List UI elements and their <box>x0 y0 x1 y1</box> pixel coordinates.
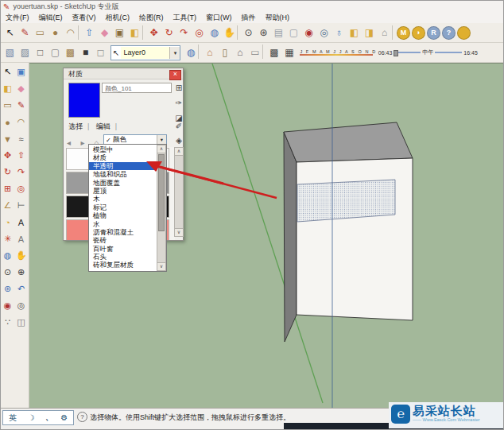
time-slider-thumb[interactable] <box>394 50 398 56</box>
plugin-r-button[interactable]: R <box>427 26 440 40</box>
ime-toolbar[interactable]: 英 ☽ ､ ⚙ <box>2 410 74 425</box>
circle-tool-icon[interactable]: ● <box>48 25 63 41</box>
color-swatch[interactable] <box>66 148 91 170</box>
layer-dropdown-arrow[interactable]: ▾ <box>169 47 180 59</box>
box-left-face[interactable] <box>284 132 297 342</box>
lt-protractor-tool[interactable]: ◔ <box>1 214 14 230</box>
scroll-up-arrow[interactable]: ∧ <box>175 148 183 156</box>
category-list-item[interactable]: 水 <box>89 220 157 228</box>
plugin-extra-button[interactable] <box>457 26 471 40</box>
eraser-tool-icon[interactable]: ◆ <box>97 25 112 41</box>
back-edges-style-icon[interactable]: ▨ <box>17 45 33 60</box>
pan-tool-icon[interactable]: ✋ <box>222 25 237 41</box>
lt-3d-text-tool[interactable]: A <box>14 230 28 247</box>
menu-item[interactable]: 绘图(R) <box>134 12 169 23</box>
lt-push-pull-tool[interactable]: ⇧ <box>14 147 28 164</box>
lt-orbit-tool[interactable]: ◍ <box>1 247 14 264</box>
section-plane-icon[interactable]: ▤ <box>271 25 286 41</box>
time-slider-right[interactable] <box>435 52 462 53</box>
orbit-tool-icon[interactable]: ◍ <box>207 25 222 41</box>
lt-scale-tool[interactable]: ⊞ <box>1 180 14 197</box>
iso-view-icon[interactable]: ⌂ <box>202 45 217 60</box>
help-icon[interactable]: ? <box>77 412 87 422</box>
lt-rectangle-tool[interactable]: ▭ <box>1 97 14 114</box>
lt-polygon-tool[interactable]: ▼ <box>1 130 14 147</box>
scroll-down-arrow[interactable]: ∨ <box>157 262 165 270</box>
category-list-item[interactable]: 植物 <box>89 211 157 219</box>
lt-position-camera-tool[interactable]: ◉ <box>1 297 14 314</box>
lt-dimension-tool[interactable]: ⊢ <box>14 197 28 214</box>
create-material-button[interactable]: ⊞ <box>174 83 184 93</box>
sample-paint-button[interactable]: ◈ <box>174 135 184 145</box>
category-list-item[interactable]: 沥青和混凝土 <box>89 228 157 236</box>
standard-views-icon[interactable]: ▢ <box>286 25 301 41</box>
category-list-item[interactable]: 地毯和织品 <box>89 170 157 178</box>
lt-walk-tool[interactable]: ∵ <box>1 314 14 331</box>
category-list-item[interactable]: 标记 <box>89 203 157 211</box>
shadow-toggle-icon[interactable]: ▦ <box>281 45 297 60</box>
lt-zoom-extents-tool[interactable]: ⊛ <box>1 281 14 297</box>
menu-item[interactable]: 窗口(W) <box>201 12 237 23</box>
layer-manager-icon[interactable]: ◍ <box>183 45 198 60</box>
lt-offset-tool[interactable]: ◎ <box>14 180 28 197</box>
selected-face-region[interactable] <box>297 180 395 222</box>
ime-settings-icon[interactable]: ⚙ <box>60 413 68 422</box>
ime-punctuation-icon[interactable]: ､ <box>45 413 49 422</box>
material-name-field[interactable]: 颜色_101 <box>102 83 172 93</box>
menu-item[interactable]: 工具(T) <box>169 12 202 23</box>
lt-pan-tool[interactable]: ✋ <box>14 247 28 264</box>
hidden-line-style-icon[interactable]: ▢ <box>48 45 63 60</box>
lt-circle-tool[interactable]: ● <box>1 114 14 130</box>
menu-item[interactable]: 相机(C) <box>101 12 135 23</box>
lt-select-tool[interactable]: ↖ <box>1 64 14 80</box>
scroll-down-arrow[interactable]: ∨ <box>175 228 183 236</box>
tab-select[interactable]: 选择 <box>64 121 87 133</box>
get-models-icon[interactable]: ◧ <box>347 25 362 41</box>
front-view-icon[interactable]: ⌂ <box>232 45 247 60</box>
ime-moon-icon[interactable]: ☽ <box>28 413 35 422</box>
lt-rotate-tool[interactable]: ↻ <box>1 164 14 180</box>
shaded-style-icon[interactable]: ▩ <box>63 45 78 60</box>
lt-move-tool[interactable]: ✥ <box>1 147 14 164</box>
wireframe-style-icon[interactable]: □ <box>33 45 48 60</box>
make-component-tool-icon[interactable]: ▣ <box>112 25 127 41</box>
menu-item[interactable]: 文件(F) <box>1 12 34 23</box>
paint-with-button[interactable]: ✑ <box>174 98 184 108</box>
top-view-icon[interactable]: ▭ <box>247 45 262 60</box>
category-list-item[interactable]: 地面覆盖 <box>89 179 157 187</box>
google-earth-icon[interactable]: ♁ <box>331 25 347 41</box>
shadow-month-slider[interactable]: J F M A M J J A S O N D <box>300 49 376 56</box>
zoom-extents-icon[interactable]: ⊛ <box>256 25 271 41</box>
lt-make-component-tool[interactable]: ▣ <box>14 64 28 80</box>
close-button[interactable]: × <box>169 70 181 80</box>
plugin-help-button[interactable]: ? <box>442 26 456 40</box>
line-tool-icon[interactable]: ✎ <box>17 25 33 41</box>
scroll-up-arrow[interactable]: ∧ <box>157 145 165 153</box>
ime-language-indicator[interactable]: 英 <box>9 413 17 424</box>
category-list-item[interactable]: 半透明 <box>89 162 157 170</box>
shadow-dialog-icon[interactable]: ▩ <box>266 45 281 60</box>
category-list-item[interactable]: 材质 <box>89 153 157 161</box>
monochrome-style-icon[interactable]: ◻ <box>93 45 108 60</box>
lt-zoom-previous-tool[interactable]: ↶ <box>14 281 28 297</box>
plugin-m-button[interactable]: M <box>397 26 410 40</box>
time-slider-left[interactable] <box>394 52 421 53</box>
rotate-tool-icon[interactable]: ↻ <box>161 25 176 41</box>
lt-section-plane-tool[interactable]: ◫ <box>14 314 28 331</box>
menu-item[interactable]: 编辑(E) <box>34 12 68 23</box>
category-list-item[interactable]: 木 <box>89 195 157 203</box>
color-swatch[interactable] <box>66 219 91 240</box>
color-swatch[interactable] <box>66 172 91 194</box>
eyedropper-icon[interactable]: ✐ <box>174 121 184 131</box>
color-swatch[interactable] <box>66 196 91 218</box>
category-list-item[interactable]: 模型中 <box>89 145 157 153</box>
look-around-icon[interactable]: ◎ <box>316 25 331 41</box>
lt-text-tool[interactable]: A <box>14 214 28 230</box>
menu-item[interactable]: 帮助(H) <box>261 12 295 23</box>
arc-tool-icon[interactable]: ◠ <box>63 25 78 41</box>
lt-zoom-tool[interactable]: ⊙ <box>1 264 14 281</box>
lt-eraser-tool[interactable]: ◆ <box>14 80 28 97</box>
lt-freehand-tool[interactable]: ≈ <box>14 130 28 147</box>
textured-style-icon[interactable]: ■ <box>78 45 93 60</box>
share-models-icon[interactable]: ◨ <box>362 25 377 41</box>
